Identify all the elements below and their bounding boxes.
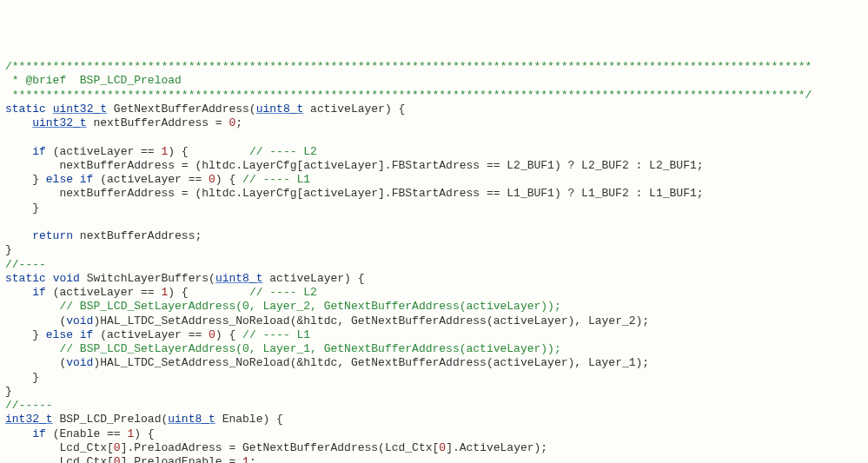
type: uint8_t — [256, 103, 304, 116]
text: nextBufferAddress = (hltdc.LayerCfg[acti… — [5, 187, 704, 200]
text: SwitchLayerBuffers( — [80, 272, 215, 285]
keyword: static — [5, 103, 46, 116]
comment-line: ****************************************… — [5, 89, 812, 102]
text: activeLayer) { — [262, 272, 364, 285]
text: } — [5, 371, 39, 384]
keyword: if — [32, 427, 46, 440]
text: nextBufferAddress = (hltdc.LayerCfg[acti… — [5, 159, 704, 172]
text: ) { — [168, 286, 249, 299]
text — [5, 300, 59, 313]
text: Enable) { — [215, 413, 283, 426]
text: )HAL_LTDC_SetAddress_NoReload(&hltdc, Ge… — [93, 356, 649, 369]
comment-line: //---- — [5, 258, 46, 271]
number: 0 — [209, 328, 215, 341]
text: (activeLayer == — [46, 286, 162, 299]
number: 1 — [242, 455, 249, 463]
text — [5, 116, 32, 129]
number: 0 — [114, 441, 121, 454]
text: ].PreloadAdress = GetNextBufferAddress(L… — [121, 441, 440, 454]
text: } — [5, 328, 46, 341]
number: 0 — [209, 173, 215, 186]
text — [5, 145, 32, 158]
keyword: void — [53, 272, 80, 285]
text: nextBufferAddress = — [87, 116, 229, 129]
comment: // ---- L2 — [249, 286, 317, 299]
keyword: if — [32, 286, 46, 299]
text: ) { — [215, 328, 242, 341]
keyword: else if — [46, 328, 94, 341]
text — [5, 229, 32, 242]
text — [5, 427, 32, 440]
code-block: /***************************************… — [5, 60, 863, 463]
text: ( — [5, 314, 66, 327]
text — [46, 272, 53, 285]
type: uint32_t — [32, 116, 86, 129]
text: ; — [235, 116, 242, 129]
text: } — [5, 173, 46, 186]
text: (Enable == — [46, 427, 128, 440]
text: GetNextBufferAddress( — [107, 103, 256, 116]
text: (activeLayer == — [46, 145, 162, 158]
text: Lcd_Ctx[ — [5, 455, 114, 463]
text — [46, 103, 53, 116]
text: ) { — [215, 173, 242, 186]
comment: // BSP_LCD_SetLayerAddress(0, Layer_2, G… — [59, 300, 560, 313]
text: Lcd_Ctx[ — [5, 441, 114, 454]
keyword: return — [32, 229, 73, 242]
keyword: if — [32, 145, 46, 158]
number: 0 — [114, 455, 121, 463]
comment: // BSP_LCD_SetLayerAddress(0, Layer_1, G… — [59, 342, 560, 355]
comment: // ---- L1 — [242, 173, 310, 186]
text: ) { — [134, 427, 154, 440]
keyword: else if — [46, 173, 94, 186]
text: BSP_LCD_Preload( — [53, 413, 169, 426]
text: ( — [5, 356, 66, 369]
comment-line: //----- — [5, 399, 53, 412]
text — [5, 286, 32, 299]
text: ; — [249, 455, 256, 463]
text: ) { — [168, 145, 249, 158]
text: activeLayer) { — [303, 103, 405, 116]
text: nextBufferAddress; — [73, 229, 202, 242]
text: ].PreloadEnable = — [121, 455, 242, 463]
text: )HAL_LTDC_SetAddress_NoReload(&hltdc, Ge… — [93, 314, 649, 327]
text — [5, 342, 59, 355]
type: uint8_t — [168, 413, 215, 426]
text: } — [5, 202, 39, 215]
text: (activeLayer == — [93, 173, 209, 186]
comment: // ---- L2 — [249, 145, 317, 158]
keyword: void — [66, 356, 93, 369]
text: (activeLayer == — [93, 328, 209, 341]
comment-line: * @brief BSP_LCD_Preload — [5, 74, 182, 87]
comment-line: /***************************************… — [5, 60, 812, 73]
type: int32_t — [5, 413, 53, 426]
keyword: static — [5, 272, 46, 285]
keyword: void — [66, 314, 93, 327]
number: 0 — [439, 441, 446, 454]
comment: // ---- L1 — [242, 328, 310, 341]
type: uint8_t — [215, 272, 263, 285]
text: } — [5, 385, 12, 398]
text: ].ActiveLayer); — [446, 441, 547, 454]
type: uint32_t — [53, 103, 107, 116]
text: } — [5, 243, 12, 256]
